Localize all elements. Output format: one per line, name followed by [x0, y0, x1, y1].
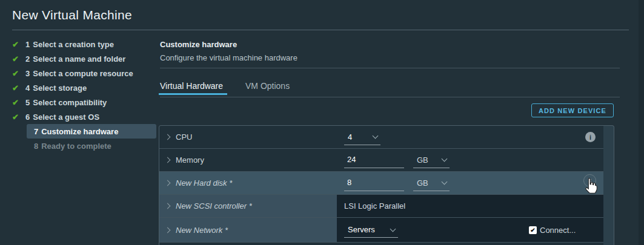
step-number: 6 [25, 113, 30, 122]
check-icon: ✔ [12, 40, 25, 49]
virtual-hardware-table: CPU 4 i Memory GB New Hard disk * [159, 125, 614, 245]
network-row-label: New Network * [176, 226, 228, 235]
chevron-down-icon [442, 156, 448, 162]
expand-chevron-icon[interactable] [165, 180, 171, 186]
wizard-step-8: 8 Ready to complete [34, 139, 156, 153]
step-number: 7 [34, 127, 38, 136]
hard-disk-row-label: New Hard disk * [176, 178, 232, 188]
check-icon: ✔ [12, 54, 25, 64]
modal-edge-shade [639, 0, 644, 245]
step-number: 5 [25, 98, 30, 107]
table-row-new-hard-disk: New Hard disk * GB ✕ [159, 172, 603, 195]
wizard-steps-nav: ✔ 1 Select a creation type ✔ 2 Select a … [12, 37, 156, 153]
check-icon: ✔ [12, 69, 25, 78]
expand-chevron-icon[interactable] [165, 157, 171, 163]
hard-disk-unit-value: GB [417, 178, 428, 188]
wizard-step-3[interactable]: ✔ 3 Select a compute resource [12, 66, 156, 80]
next-row-partial [159, 243, 603, 245]
wizard-step-6[interactable]: ✔ 6 Select a guest OS [12, 109, 156, 124]
table-row-new-scsi-controller: New SCSI controller * LSI Logic Parallel [159, 195, 603, 218]
connect-checkbox[interactable]: ✔ [529, 226, 537, 234]
step-label: Select a creation type [33, 40, 114, 49]
check-icon: ✔ [12, 98, 25, 107]
cpu-count-value: 4 [348, 132, 352, 142]
wizard-step-5[interactable]: ✔ 5 Select compatibility [12, 95, 156, 109]
expand-chevron-icon[interactable] [165, 134, 171, 140]
wizard-step-7-active[interactable]: 7 Customize hardware [27, 124, 156, 139]
chevron-down-icon [442, 179, 448, 185]
hard-disk-size-input[interactable] [344, 175, 404, 191]
table-row-memory: Memory GB [159, 149, 603, 172]
cpu-info-icon[interactable]: i [585, 132, 596, 142]
step-number: 1 [25, 40, 30, 49]
table-row-cpu: CPU 4 i [159, 126, 603, 149]
step-number: 8 [34, 142, 38, 151]
tabs-divider [160, 97, 620, 97]
chevron-down-icon [390, 226, 396, 232]
cpu-count-select[interactable]: 4 [344, 129, 380, 145]
step-label: Select a guest OS [33, 113, 99, 122]
wizard-step-2[interactable]: ✔ 2 Select a name and folder [12, 51, 156, 66]
page-title: New Virtual Machine [12, 8, 132, 22]
wizard-step-1[interactable]: ✔ 1 Select a creation type [12, 37, 156, 51]
expand-chevron-icon[interactable] [165, 227, 171, 233]
add-new-device-button[interactable]: ADD NEW DEVICE [531, 103, 614, 117]
step-number: 4 [25, 83, 30, 93]
step-number: 2 [25, 54, 30, 64]
network-value: Servers [348, 225, 375, 234]
scsi-controller-value: LSI Logic Parallel [344, 201, 405, 211]
step-label: Ready to complete [41, 142, 111, 151]
panel-divider [160, 68, 620, 68]
network-select[interactable]: Servers [344, 222, 398, 238]
connect-option: ✔ Connect... [529, 218, 576, 242]
expand-chevron-icon[interactable] [165, 203, 171, 209]
table-row-new-network: New Network * Servers ✔ Connect... [159, 218, 603, 243]
chevron-down-icon [373, 133, 379, 139]
memory-row-label: Memory [176, 155, 204, 165]
tab-virtual-hardware[interactable]: Virtual Hardware [160, 81, 223, 91]
step-label: Select a compute resource [33, 69, 133, 78]
check-icon: ✔ [12, 83, 25, 93]
hard-disk-unit-select[interactable]: GB [413, 175, 450, 191]
panel-subheading: Configure the virtual machine hardware [160, 53, 297, 62]
panel-heading: Customize hardware [160, 40, 237, 49]
cpu-row-label: CPU [176, 132, 192, 142]
step-label: Select storage [33, 83, 87, 93]
remove-device-icon[interactable]: ✕ [583, 174, 596, 187]
memory-size-input[interactable] [344, 152, 404, 168]
connect-label: Connect... [540, 226, 576, 235]
step-label: Select a name and folder [33, 54, 125, 64]
title-divider [12, 30, 629, 30]
step-number: 3 [25, 69, 30, 78]
step-label: Select compatibility [33, 98, 107, 107]
wizard-step-4[interactable]: ✔ 4 Select storage [12, 80, 156, 95]
scsi-row-label: New SCSI controller * [176, 201, 252, 211]
step-label: Customize hardware [41, 127, 118, 136]
check-icon: ✔ [12, 113, 25, 122]
tab-vm-options[interactable]: VM Options [245, 81, 290, 91]
memory-unit-select[interactable]: GB [413, 152, 450, 168]
active-tab-underline [159, 93, 227, 95]
memory-unit-value: GB [417, 155, 428, 165]
